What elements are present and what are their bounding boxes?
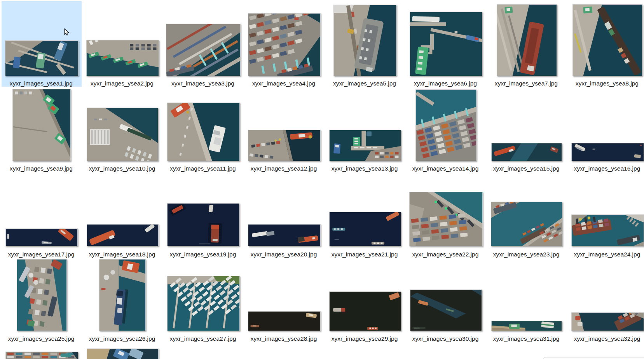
file-thumbnail[interactable] [572, 4, 642, 76]
mouse-cursor-icon [64, 28, 70, 36]
thumbnail-image [497, 5, 557, 76]
file-thumbnail[interactable] [491, 143, 562, 161]
tooltip [543, 357, 644, 359]
thumbnail-image [87, 349, 158, 359]
file-thumbnail[interactable] [99, 259, 146, 331]
file-thumbnail[interactable] [12, 89, 71, 161]
file-label[interactable]: xyxr_images_ysea15.jpg [486, 165, 566, 173]
file-label[interactable]: xyxr_images_ysea4.jpg [244, 80, 324, 87]
file-label[interactable]: xyxr_images_ysea6.jpg [405, 80, 485, 87]
file-thumbnail[interactable] [409, 192, 483, 246]
thumbnail-image [330, 212, 401, 246]
file-thumbnail[interactable] [5, 40, 79, 76]
thumbnail-image [248, 312, 320, 331]
thumbnail-image [168, 276, 239, 331]
file-thumbnail[interactable] [329, 291, 401, 331]
thumbnail-image [87, 40, 159, 76]
thumbnail-image [5, 41, 78, 76]
file-label[interactable]: xyxr_images_ysea12.jpg [244, 165, 324, 173]
thumbnail-image [334, 5, 396, 76]
file-thumbnail[interactable] [571, 312, 644, 331]
thumbnail-image [330, 130, 401, 161]
file-label[interactable]: xyxr_images_ysea7.jpg [486, 80, 566, 87]
file-thumbnail[interactable] [87, 224, 159, 246]
thumbnail-image [248, 225, 320, 246]
file-thumbnail[interactable] [86, 40, 159, 76]
file-thumbnail[interactable] [571, 143, 644, 161]
file-thumbnail[interactable] [571, 214, 644, 246]
file-thumbnail[interactable] [5, 228, 78, 246]
file-thumbnail[interactable] [87, 349, 159, 359]
thumbnail-image [573, 5, 642, 76]
file-thumbnail[interactable] [329, 212, 401, 246]
thumbnail-image [168, 204, 239, 246]
file-label[interactable]: xyxr_images_ysea14.jpg [405, 165, 485, 173]
file-thumbnail[interactable] [87, 108, 158, 161]
file-thumbnail[interactable] [491, 202, 562, 246]
file-label[interactable]: xyxr_images_ysea23.jpg [486, 251, 566, 258]
file-label[interactable]: xyxr_images_ysea27.jpg [163, 335, 243, 343]
thumbnail-image [330, 292, 401, 331]
file-label[interactable]: xyxr_images_ysea29.jpg [325, 335, 405, 343]
file-thumbnail[interactable] [166, 24, 241, 76]
thumbnail-image [87, 108, 158, 161]
file-thumbnail[interactable] [497, 4, 557, 76]
file-thumbnail[interactable] [410, 12, 482, 76]
file-label[interactable]: xyxr_images_ysea8.jpg [567, 80, 644, 87]
file-thumbnail[interactable] [415, 89, 476, 161]
file-grid: xyxr_images_ysea1.jpgxyxr_images_ysea2.j… [0, 0, 644, 359]
file-label[interactable]: xyxr_images_ysea19.jpg [163, 251, 243, 258]
thumbnail-image [166, 24, 240, 76]
thumbnail-image [87, 225, 158, 246]
file-label[interactable]: xyxr_images_ysea17.jpg [1, 251, 81, 258]
file-thumbnail[interactable] [333, 5, 396, 76]
thumbnail-image [491, 202, 562, 246]
file-label[interactable]: xyxr_images_ysea22.jpg [405, 251, 485, 258]
file-thumbnail[interactable] [248, 13, 321, 76]
file-label[interactable]: xyxr_images_ysea2.jpg [82, 80, 162, 87]
thumbnail-image [572, 313, 644, 331]
file-label[interactable]: xyxr_images_ysea20.jpg [244, 251, 324, 258]
file-label[interactable]: xyxr_images_ysea25.jpg [1, 335, 81, 343]
thumbnail-image [492, 143, 562, 161]
file-label[interactable]: xyxr_images_ysea26.jpg [82, 335, 162, 343]
thumbnail-image [410, 192, 482, 246]
thumbnail-image [410, 12, 482, 76]
file-thumbnail[interactable] [17, 259, 67, 331]
thumbnail-image [572, 143, 644, 161]
file-label[interactable]: xyxr_images_ysea31.jpg [486, 335, 566, 343]
file-label[interactable]: xyxr_images_ysea11.jpg [163, 165, 243, 173]
file-label[interactable]: xyxr_images_ysea10.jpg [82, 165, 162, 173]
file-thumbnail[interactable] [5, 352, 78, 359]
file-thumbnail[interactable] [491, 321, 562, 331]
thumbnail-image [248, 14, 320, 76]
file-thumbnail[interactable] [410, 289, 482, 331]
thumbnail-image [168, 103, 239, 161]
thumbnail-image [6, 229, 77, 246]
file-thumbnail[interactable] [167, 276, 240, 331]
thumbnail-image [416, 90, 476, 161]
file-label[interactable]: xyxr_images_ysea28.jpg [244, 335, 324, 343]
file-label[interactable]: xyxr_images_ysea5.jpg [325, 80, 405, 87]
file-thumbnail[interactable] [167, 203, 239, 246]
thumbnail-image [572, 215, 644, 246]
file-label[interactable]: xyxr_images_ysea9.jpg [1, 165, 81, 173]
file-label[interactable]: xyxr_images_ysea3.jpg [163, 80, 243, 87]
file-label[interactable]: xyxr_images_ysea18.jpg [82, 251, 162, 258]
file-label[interactable]: xyxr_images_ysea16.jpg [567, 165, 644, 173]
thumbnail-image [410, 290, 482, 331]
thumbnail-image [17, 260, 66, 331]
file-thumbnail[interactable] [248, 311, 321, 331]
file-label[interactable]: xyxr_images_ysea32.jpg [567, 335, 644, 343]
file-label[interactable]: xyxr_images_ysea1.jpg [1, 80, 81, 87]
file-thumbnail[interactable] [167, 103, 240, 161]
file-label[interactable]: xyxr_images_ysea13.jpg [325, 165, 405, 173]
file-label[interactable]: xyxr_images_ysea24.jpg [567, 251, 644, 258]
file-label[interactable]: xyxr_images_ysea30.jpg [405, 335, 485, 343]
thumbnail-image [492, 321, 562, 331]
file-thumbnail[interactable] [248, 130, 321, 161]
file-label[interactable]: xyxr_images_ysea21.jpg [325, 251, 405, 258]
file-thumbnail[interactable] [248, 224, 321, 246]
file-thumbnail[interactable] [329, 130, 401, 161]
thumbnail-image [6, 352, 78, 359]
